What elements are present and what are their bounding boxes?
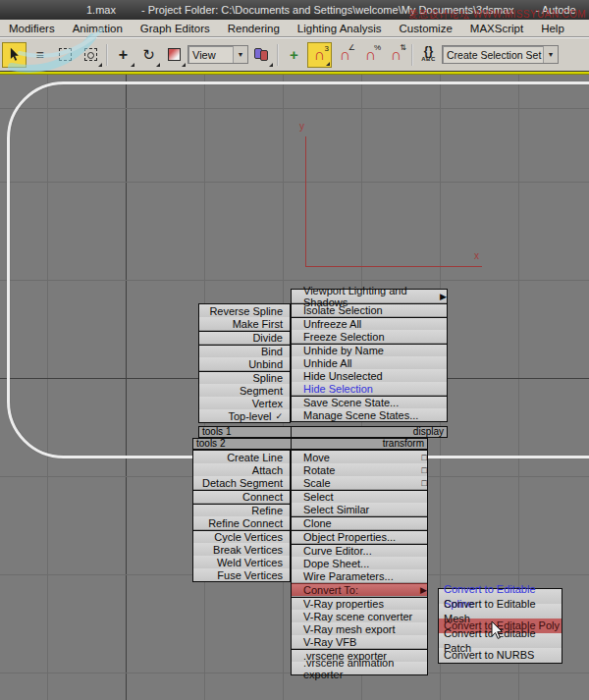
menu-item[interactable]: Move □ <box>292 451 427 463</box>
select-by-name-button[interactable]: ≡ <box>27 42 52 68</box>
menu-item[interactable]: V-Ray scene converter <box>292 610 427 622</box>
menu-bar-item[interactable]: Rendering <box>219 22 289 35</box>
menu-item[interactable]: Scale □ <box>292 476 427 489</box>
menu-item[interactable]: V-Ray VFB <box>292 635 427 648</box>
menu-item[interactable]: Unhide by Name <box>292 344 447 356</box>
quad-caption-transform[interactable]: transform <box>383 439 427 449</box>
menu-item[interactable]: Convert To: ▶ <box>292 583 427 596</box>
menu-item[interactable]: Reverse Spline <box>199 304 290 317</box>
select-object-button[interactable] <box>2 42 27 68</box>
menu-bar-item[interactable]: MAXScript <box>461 22 532 35</box>
menu-bar-item[interactable]: Customize <box>391 22 461 35</box>
menu-item[interactable]: Weld Vertices <box>193 556 290 568</box>
menu-item[interactable]: Select Similar <box>292 503 427 515</box>
use-pivot-point-center-button[interactable] <box>249 42 274 68</box>
menu-item-mark: ✓ <box>275 410 283 422</box>
menu-item-settings-box-icon[interactable]: □ <box>418 464 427 476</box>
edit-named-selection-sets-button[interactable]: {} ABC <box>416 42 441 68</box>
menu-item[interactable]: Break Vertices <box>193 543 290 556</box>
dropdown-arrow-icon[interactable]: ▼ <box>233 46 247 63</box>
menu-item[interactable]: Make First <box>199 317 290 330</box>
menu-item-label: Divide <box>252 332 283 344</box>
menu-item[interactable]: .vrscene animation exporter <box>292 662 427 674</box>
menu-item[interactable]: Manage Scene States... <box>292 408 447 421</box>
menu-bar-item[interactable]: Graph Editors <box>132 22 219 35</box>
window-crossing-toggle-button[interactable] <box>79 42 103 68</box>
menu-item[interactable]: Rotate □ <box>292 463 427 476</box>
menu-item-settings-box-icon[interactable]: ▶ <box>416 584 427 596</box>
menu-item-label: Weld Vertices <box>217 557 283 568</box>
menu-item-label: Create Line <box>227 452 283 463</box>
menu-item-label: V-Ray mesh export <box>303 623 396 635</box>
menu-item[interactable]: Refine <box>193 504 290 516</box>
menu-item[interactable]: Connect <box>193 490 290 503</box>
menu-item[interactable]: Refine Connect <box>193 516 290 529</box>
select-and-rotate-button[interactable]: ↻ <box>136 42 161 68</box>
menu-bar-item[interactable]: Help <box>532 22 573 35</box>
named-sets-icon: {} ABC <box>421 47 436 63</box>
create-selection-set-dropdown[interactable]: Create Selection Set ▼ <box>442 45 559 64</box>
select-and-scale-button[interactable] <box>162 42 187 68</box>
menu-item[interactable]: Spline <box>199 371 290 384</box>
menu-item[interactable]: Create Line <box>193 451 290 463</box>
menu-item[interactable]: Divide <box>199 331 290 344</box>
create-selection-set-label: Create Selection Set <box>447 49 541 61</box>
rectangular-selection-region-button[interactable] <box>53 42 78 68</box>
menu-item[interactable]: Cycle Vertices <box>193 530 290 543</box>
menu-item[interactable]: Unhide All <box>292 356 447 369</box>
menu-item-label: Unhide All <box>303 357 352 369</box>
menu-item[interactable]: Curve Editor... <box>292 544 427 557</box>
menu-item[interactable]: Segment <box>199 384 290 397</box>
menu-item[interactable]: Object Properties... <box>292 530 427 543</box>
percent-snap-toggle-button[interactable]: ∩ % <box>358 42 383 68</box>
quad-caption-tools2[interactable]: tools 2 <box>193 439 292 449</box>
menu-item-label: Rotate <box>303 464 335 476</box>
select-by-name-icon: ≡ <box>35 47 43 63</box>
menu-bar-item[interactable]: Lighting Analysis <box>289 22 391 35</box>
menu-item[interactable]: Bind <box>199 345 290 357</box>
menu-item[interactable]: Detach Segment <box>193 476 290 489</box>
reference-coordinate-system-dropdown[interactable]: View ▼ <box>187 45 248 64</box>
select-and-move-button[interactable]: + <box>111 42 135 68</box>
menu-item[interactable]: Convert to Editable Mesh <box>439 604 562 619</box>
menu-bar-item[interactable]: Animation <box>64 22 132 35</box>
pivot-center-icon <box>254 48 270 62</box>
menu-item[interactable]: Attach <box>193 463 290 476</box>
menu-item[interactable]: Hide Selection <box>292 382 447 395</box>
menu-item[interactable]: Freeze Selection <box>292 330 447 343</box>
menu-item[interactable]: Clone <box>292 516 427 529</box>
quad-caption-bar-upper[interactable]: tools 1 display <box>198 426 448 438</box>
quad-caption-tools1[interactable]: tools 1 <box>199 427 292 437</box>
menu-item-label: Top-level <box>228 410 271 422</box>
menu-item[interactable]: Hide Unselected <box>292 369 447 382</box>
spinner-snap-toggle-button[interactable]: ∩ ⇅ <box>384 42 408 68</box>
dropdown-arrow-icon[interactable]: ▼ <box>543 46 558 63</box>
angle-snap-toggle-button[interactable]: ∩ ∠ <box>333 42 357 68</box>
menu-item[interactable]: V-Ray mesh export <box>292 622 427 635</box>
menu-item[interactable]: Viewport Lighting and Shadows ▶ <box>292 290 447 302</box>
select-and-manipulate-button[interactable]: + <box>282 42 306 68</box>
menu-item-label: Object Properties... <box>303 531 396 543</box>
menu-item[interactable]: Save Scene State... <box>292 396 447 408</box>
snaps-toggle-3d-button[interactable]: ∩ 3 <box>307 42 332 68</box>
menu-item-label: Save Scene State... <box>303 397 399 408</box>
menu-item-label: Bind <box>261 346 283 357</box>
menu-item-settings-box-icon[interactable]: □ <box>418 477 427 489</box>
quad-caption-display[interactable]: display <box>413 427 447 437</box>
menu-item[interactable]: Vertex <box>199 397 290 409</box>
menu-item[interactable]: Select <box>292 490 427 503</box>
spinner-snap-superscript: ⇅ <box>400 43 406 52</box>
menu-item[interactable]: Wire Parameters... <box>292 569 427 582</box>
menu-item[interactable]: Dope Sheet... <box>292 557 427 569</box>
menu-bar-item[interactable]: Modifiers <box>0 22 64 35</box>
x-axis-line <box>305 266 482 267</box>
quad-caption-bar-lower[interactable]: tools 2 transform <box>192 438 428 450</box>
menu-item[interactable]: Unbind <box>199 357 290 370</box>
watermark-text: 爱思设计论坛 WWW.MISSYUAN.COM <box>408 8 586 22</box>
menu-item[interactable]: V-Ray properties <box>292 597 427 610</box>
menu-item[interactable]: Top-level ✓ <box>199 409 290 422</box>
menu-item-settings-box-icon[interactable]: □ <box>418 452 427 463</box>
menu-item[interactable]: Fuse Vertices <box>193 568 290 581</box>
menu-item[interactable]: Unfreeze All <box>292 317 447 330</box>
mouse-cursor <box>491 620 504 640</box>
